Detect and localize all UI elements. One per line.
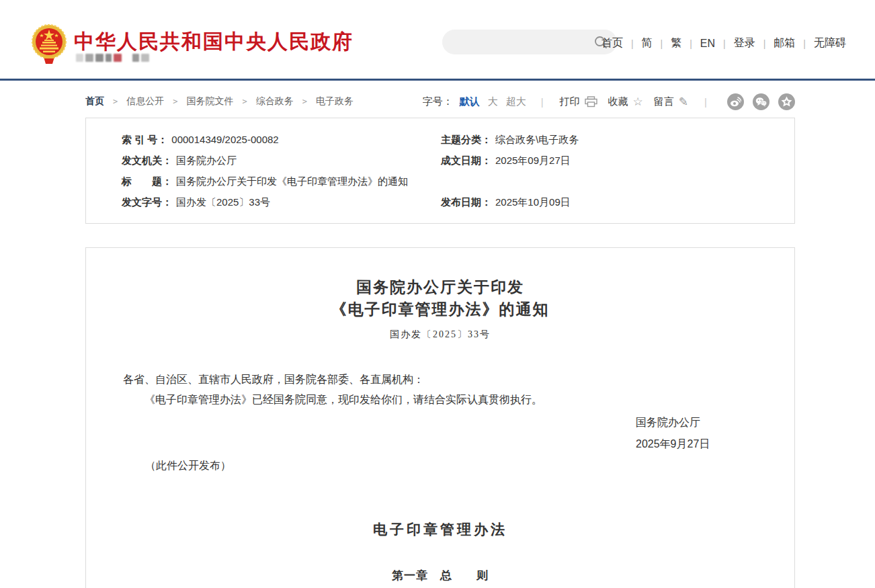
document-paragraph: 《电子印章管理办法》已经国务院同意，现印发给你们，请结合实际认真贯彻执行。 bbox=[123, 390, 757, 410]
font-size-default-button[interactable]: 默认 bbox=[460, 95, 480, 108]
meta-publish-date-label: 发布日期： bbox=[441, 196, 491, 209]
nav-accessibility[interactable]: 无障碍 bbox=[806, 36, 854, 50]
toolbar-separator: | bbox=[541, 96, 544, 108]
meta-agency-label: 发文机关： bbox=[122, 155, 172, 167]
meta-agency-value: 国务院办公厅 bbox=[176, 155, 237, 167]
breadcrumb-home[interactable]: 首页 bbox=[85, 95, 104, 108]
breadcrumb-e-government[interactable]: 电子政务 bbox=[316, 95, 353, 108]
font-size-label: 字号： bbox=[423, 95, 453, 108]
nav-traditional[interactable]: 繁 bbox=[663, 36, 690, 50]
font-size-large-button[interactable]: 大 bbox=[488, 95, 498, 108]
breadcrumb-state-council-docs[interactable]: 国务院文件 bbox=[186, 95, 233, 108]
favorite-label: 收藏 bbox=[608, 95, 628, 108]
regulation-title: 电子印章管理办法 bbox=[123, 520, 757, 539]
chevron-right-icon: > bbox=[242, 97, 247, 106]
meta-index-value: 000014349/2025-00082 bbox=[171, 134, 278, 146]
signature-block: 国务院办公厅 2025年9月27日 bbox=[636, 412, 757, 455]
meta-written-date-label: 成文日期： bbox=[441, 155, 491, 167]
wechat-share-button[interactable] bbox=[753, 93, 769, 110]
breadcrumb-general-affairs[interactable]: 综合政务 bbox=[256, 95, 294, 108]
meta-title-label: 标 题： bbox=[122, 175, 172, 188]
meta-publish-date-value: 2025年10月09日 bbox=[495, 196, 571, 209]
search-input[interactable] bbox=[442, 30, 594, 54]
document-meta-box: 索 引 号： 000014349/2025-00082 主题分类： 综合政务\电… bbox=[85, 118, 795, 224]
site-header: 中华人民共和国中央人民政府 首页| 简| 繁| EN| 登录| 邮箱| 无障碍 bbox=[0, 0, 875, 79]
breadcrumb-info-disclosure[interactable]: 信息公开 bbox=[126, 95, 164, 108]
site-subtitle-blurred bbox=[76, 54, 149, 62]
comment-button[interactable]: 留言 ✎ bbox=[654, 95, 688, 108]
meta-row: 发文字号： 国办发〔2025〕33号 发布日期： 2025年10月09日 bbox=[86, 192, 794, 213]
meta-topic-label: 主题分类： bbox=[441, 134, 491, 146]
document-title-line2: 《电子印章管理办法》的通知 bbox=[123, 298, 757, 321]
weibo-share-button[interactable] bbox=[727, 93, 744, 110]
weibo-icon bbox=[730, 97, 741, 107]
document-number: 国办发〔2025〕33号 bbox=[123, 329, 757, 341]
chevron-right-icon: > bbox=[302, 97, 307, 106]
chevron-right-icon: > bbox=[113, 97, 118, 106]
meta-row: 发文机关： 国务院办公厅 成文日期： 2025年09月27日 bbox=[86, 151, 794, 171]
wechat-icon bbox=[755, 97, 767, 107]
print-label: 打印 bbox=[560, 95, 580, 108]
signature-agency: 国务院办公厅 bbox=[636, 412, 757, 433]
nav-home[interactable]: 首页 bbox=[593, 36, 631, 50]
meta-doc-number-value: 国办发〔2025〕33号 bbox=[176, 196, 270, 209]
meta-topic-value: 综合政务\电子政务 bbox=[495, 134, 579, 146]
favorite-button[interactable]: 收藏 ☆ bbox=[608, 95, 643, 108]
meta-written-date-value: 2025年09月27日 bbox=[495, 155, 571, 167]
print-button[interactable]: 打印 bbox=[560, 95, 597, 108]
pencil-icon: ✎ bbox=[679, 96, 688, 108]
search-box[interactable] bbox=[442, 30, 617, 54]
nav-simplified[interactable]: 简 bbox=[634, 36, 661, 50]
nav-english[interactable]: EN bbox=[692, 38, 723, 50]
comment-label: 留言 bbox=[654, 95, 674, 108]
meta-index-label: 索 引 号： bbox=[122, 134, 167, 146]
meta-title-value: 国务院办公厅关于印发《电子印章管理办法》的通知 bbox=[176, 175, 408, 188]
breadcrumb: 首页 > 信息公开 > 国务院文件 > 综合政务 > 电子政务 bbox=[85, 95, 353, 108]
page-toolbar: 字号： 默认 大 超大 | 打印 收藏 ☆ 留言 ✎ | bbox=[423, 93, 795, 110]
public-release-note: （此件公开发布） bbox=[145, 456, 757, 476]
qzone-star-icon bbox=[781, 96, 792, 107]
national-emblem-logo[interactable] bbox=[32, 24, 67, 65]
meta-row: 标 题： 国务院办公厅关于印发《电子印章管理办法》的通知 bbox=[86, 171, 794, 192]
meta-row: 索 引 号： 000014349/2025-00082 主题分类： 综合政务\电… bbox=[86, 130, 794, 151]
toolbar-separator: | bbox=[704, 96, 707, 108]
nav-mailbox[interactable]: 邮箱 bbox=[765, 36, 803, 50]
star-icon: ☆ bbox=[633, 96, 643, 108]
chapter-heading: 第一章 总 则 bbox=[123, 568, 757, 583]
nav-login[interactable]: 登录 bbox=[726, 36, 763, 50]
site-title[interactable]: 中华人民共和国中央人民政府 bbox=[74, 28, 353, 56]
meta-doc-number-label: 发文字号： bbox=[122, 196, 172, 209]
qzone-share-button[interactable] bbox=[778, 93, 795, 110]
share-buttons bbox=[727, 93, 795, 110]
top-nav: 首页| 简| 繁| EN| 登录| 邮箱| 无障碍 bbox=[593, 36, 854, 50]
signature-date: 2025年9月27日 bbox=[636, 433, 757, 455]
document-content-box: 国务院办公厅关于印发 《电子印章管理办法》的通知 国办发〔2025〕33号 各省… bbox=[85, 247, 795, 588]
printer-icon bbox=[585, 96, 597, 108]
document-title-line1: 国务院办公厅关于印发 bbox=[123, 276, 757, 298]
font-size-xlarge-button[interactable]: 超大 bbox=[506, 95, 526, 108]
chevron-right-icon: > bbox=[173, 97, 177, 106]
document-salutation: 各省、自治区、直辖市人民政府，国务院各部委、各直属机构： bbox=[123, 370, 757, 390]
